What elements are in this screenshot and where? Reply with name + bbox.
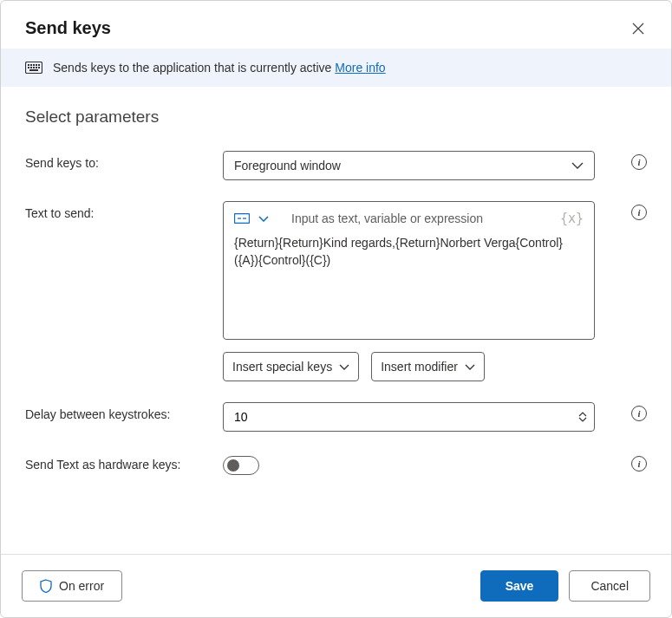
info-icon[interactable]: i: [631, 456, 647, 472]
label-hardware: Send Text as hardware keys:: [25, 452, 223, 472]
hardware-toggle[interactable]: [223, 456, 259, 475]
toggle-knob: [227, 459, 239, 472]
send-keys-dialog: Send keys Sends keys to the application …: [0, 0, 672, 618]
svg-rect-10: [38, 67, 40, 68]
close-button[interactable]: [630, 20, 647, 37]
banner-text: Sends keys to the application that is cu…: [53, 61, 386, 75]
text-to-send-value: {Return}{Return}Kind regards,{Return}Nor…: [234, 235, 584, 269]
insert-modifier-button[interactable]: Insert modifier: [371, 352, 485, 381]
spinner-down-button[interactable]: [578, 417, 587, 422]
chevron-down-icon: [571, 162, 584, 169]
row-send-to: Send keys to: Foreground window i: [25, 151, 647, 180]
label-delay: Delay between keystrokes:: [25, 402, 223, 421]
row-delay: Delay between keystrokes: i: [25, 402, 647, 432]
save-button[interactable]: Save: [480, 570, 559, 602]
info-icon[interactable]: i: [631, 406, 647, 421]
svg-rect-12: [235, 214, 250, 224]
delay-input[interactable]: [234, 410, 578, 424]
section-title: Select parameters: [25, 107, 647, 127]
text-mode-dropdown[interactable]: [258, 216, 269, 222]
row-hardware: Send Text as hardware keys: i: [25, 452, 647, 475]
info-banner: Sends keys to the application that is cu…: [1, 49, 671, 87]
dialog-footer: On error Save Cancel: [1, 554, 671, 617]
text-to-send-placeholder: Input as text, variable or expression: [291, 211, 483, 225]
svg-rect-6: [28, 67, 29, 68]
svg-rect-7: [30, 67, 32, 68]
label-text-to-send: Text to send:: [25, 201, 223, 220]
delay-spinner[interactable]: [223, 402, 595, 432]
cancel-button[interactable]: Cancel: [569, 570, 650, 602]
close-icon: [632, 23, 644, 35]
svg-rect-8: [33, 67, 35, 68]
chevron-down-icon: [258, 216, 269, 222]
shield-icon: [40, 579, 52, 593]
svg-rect-3: [33, 64, 35, 66]
svg-rect-11: [29, 69, 38, 71]
chevron-down-icon: [465, 364, 475, 370]
svg-rect-5: [38, 64, 40, 66]
chevron-down-icon: [578, 417, 587, 422]
keyboard-icon: [25, 62, 42, 74]
svg-rect-9: [36, 67, 37, 68]
row-text-to-send: Text to send: Input as text, variable or…: [25, 201, 647, 381]
send-to-select[interactable]: Foreground window: [223, 151, 595, 180]
text-to-send-input[interactable]: Input as text, variable or expression {x…: [223, 201, 595, 340]
svg-rect-4: [36, 64, 37, 66]
label-send-to: Send keys to:: [25, 151, 223, 170]
info-icon[interactable]: i: [631, 154, 647, 170]
chevron-down-icon: [339, 364, 349, 370]
variable-picker-icon[interactable]: {x}: [560, 211, 584, 226]
more-info-link[interactable]: More info: [335, 61, 385, 75]
dialog-header: Send keys: [1, 1, 671, 49]
text-mode-icon[interactable]: [234, 213, 250, 224]
send-to-value: Foreground window: [234, 159, 341, 172]
on-error-button[interactable]: On error: [22, 570, 122, 602]
info-icon[interactable]: i: [631, 205, 647, 220]
dialog-title: Send keys: [25, 18, 111, 38]
svg-rect-1: [28, 64, 29, 66]
dialog-body: Select parameters Send keys to: Foregrou…: [1, 87, 671, 554]
svg-rect-2: [30, 64, 32, 66]
insert-special-keys-button[interactable]: Insert special keys: [223, 352, 359, 381]
